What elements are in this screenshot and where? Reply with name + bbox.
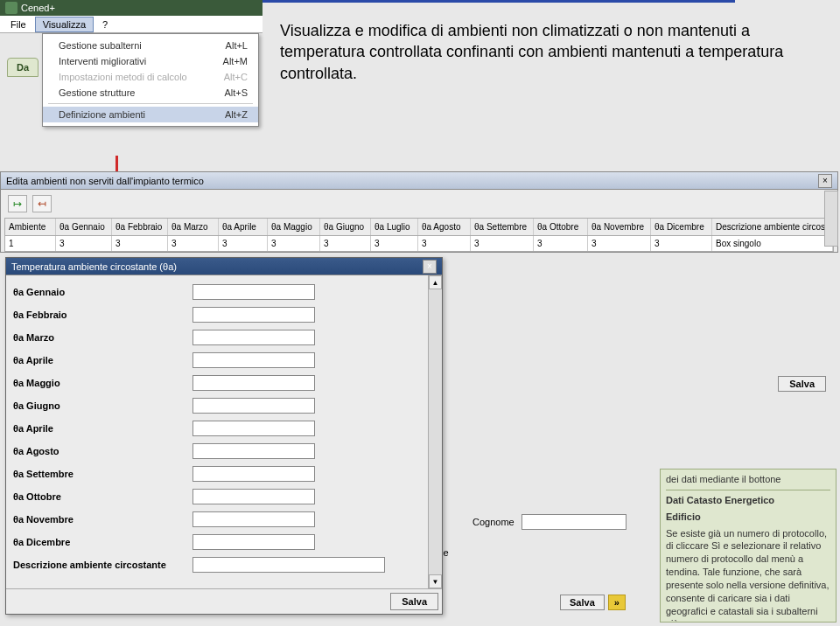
close-button[interactable]: × xyxy=(818,174,832,188)
cognome-field-row: Cognome xyxy=(472,514,626,530)
menu-definizione-ambienti[interactable]: Definizione ambienti Alt+Z xyxy=(43,107,258,122)
input-set[interactable] xyxy=(192,466,315,482)
window-title-bar: Cened+ xyxy=(0,0,262,16)
temperatura-dialog: Temperatura ambiente circostante (θa) × … xyxy=(5,257,443,615)
col-ott[interactable]: θa Ottobre xyxy=(534,219,588,235)
note-separator xyxy=(262,0,735,3)
label-apr: θa Aprile xyxy=(13,355,184,365)
menu-impostazioni-metodi: Impostazioni metodi di calcolo Alt+C xyxy=(43,69,258,85)
salva-button[interactable]: Salva xyxy=(778,376,826,392)
help-panel: dei dati mediante il bottone Dati Catast… xyxy=(660,469,836,623)
grid-scrollbar[interactable] xyxy=(824,191,838,247)
app-icon xyxy=(5,2,18,14)
label-set: θa Settembre xyxy=(13,469,184,479)
col-set[interactable]: θa Settembre xyxy=(471,219,534,235)
help-body: Se esiste già un numero di protocollo, d… xyxy=(666,527,830,623)
grid-header-row: Ambiente θa Gennaio θa Febbraio θa Marzo… xyxy=(5,219,833,236)
menu-visualizza[interactable]: Visualizza xyxy=(35,17,94,32)
help-title-catasto: Dati Catasto Energetico xyxy=(666,494,830,507)
col-giu[interactable]: θa Giugno xyxy=(320,219,371,235)
salva-next-button[interactable]: Salva xyxy=(560,595,605,610)
ambienti-grid: Ambiente θa Gennaio θa Febbraio θa Marzo… xyxy=(4,218,834,252)
input-feb[interactable] xyxy=(192,307,315,323)
label-mar: θa Marzo xyxy=(13,332,184,343)
menu-interventi-migliorativi[interactable]: Interventi migliorativi Alt+M xyxy=(43,53,258,69)
salva-next-group: Salva » xyxy=(560,595,626,610)
label-ago: θa Agosto xyxy=(13,446,184,456)
edit-window-titlebar: Edita ambienti non serviti dall'impianto… xyxy=(1,172,837,190)
col-mar[interactable]: θa Marzo xyxy=(168,219,219,235)
cognome-label: Cognome xyxy=(472,517,514,527)
visualizza-dropdown: Gestione subalterni Alt+L Interventi mig… xyxy=(42,33,259,127)
temp-scrollbar[interactable]: ▲ ▼ xyxy=(428,275,442,588)
menu-file[interactable]: File xyxy=(4,17,33,31)
input-dic[interactable] xyxy=(192,534,315,550)
input-desc[interactable] xyxy=(192,557,385,573)
col-gen[interactable]: θa Gennaio xyxy=(56,219,112,235)
edit-ambienti-window: Edita ambienti non serviti dall'impianto… xyxy=(0,171,838,253)
col-desc[interactable]: Descrizione ambiente circostante xyxy=(712,219,833,235)
col-feb[interactable]: θa Febbraio xyxy=(112,219,168,235)
label-feb: θa Febbraio xyxy=(13,310,184,320)
menu-bar: File Visualizza ? xyxy=(0,16,262,33)
label-apr2: θa Aprile xyxy=(13,423,184,434)
scroll-down-icon[interactable]: ▼ xyxy=(429,574,442,588)
menu-gestione-subalterni[interactable]: Gestione subalterni Alt+L xyxy=(43,38,258,53)
input-ago[interactable] xyxy=(192,443,315,459)
edit-window-title: Edita ambienti non serviti dall'impianto… xyxy=(6,176,204,186)
label-dic: θa Dicembre xyxy=(13,537,184,547)
temp-fields: θa Gennaio θa Febbraio θa Marzo θa April… xyxy=(6,275,428,588)
background-tab[interactable]: Da xyxy=(7,58,38,77)
temp-dialog-titlebar: Temperatura ambiente circostante (θa) × xyxy=(6,258,442,275)
col-apr[interactable]: θa Aprile xyxy=(219,219,268,235)
menu-help[interactable]: ? xyxy=(95,17,115,31)
label-mag: θa Maggio xyxy=(13,378,184,388)
export-icon[interactable]: ↤ xyxy=(32,195,52,212)
col-nov[interactable]: θa Novembre xyxy=(588,219,651,235)
cognome-input[interactable] xyxy=(522,514,626,530)
help-title-edificio: Edificio xyxy=(666,511,830,524)
temp-close-button[interactable]: × xyxy=(423,260,437,274)
col-ambiente[interactable]: Ambiente xyxy=(5,219,56,235)
input-giu[interactable] xyxy=(192,398,315,414)
menu-separator xyxy=(48,103,253,104)
scroll-up-icon[interactable]: ▲ xyxy=(429,275,442,289)
edit-toolbar: ↦ ↤ xyxy=(1,190,837,218)
input-gen[interactable] xyxy=(192,284,315,300)
temp-salva-button[interactable]: Salva xyxy=(390,593,438,610)
grid-data-row[interactable]: 1 3 3 3 3 3 3 3 3 3 3 3 3 Box singolo xyxy=(5,236,833,251)
col-ago[interactable]: θa Agosto xyxy=(418,219,471,235)
annotation-text: Visualizza e modifica di ambienti non cl… xyxy=(280,20,831,84)
col-lug[interactable]: θa Luglio xyxy=(371,219,418,235)
col-dic[interactable]: θa Dicembre xyxy=(651,219,712,235)
label-nov: θa Novembre xyxy=(13,514,184,525)
col-mag[interactable]: θa Maggio xyxy=(268,219,320,235)
menu-gestione-strutture[interactable]: Gestione strutture Alt+S xyxy=(43,85,258,101)
input-nov[interactable] xyxy=(192,511,315,527)
input-apr2[interactable] xyxy=(192,421,315,436)
input-apr[interactable] xyxy=(192,352,315,368)
label-gen: θa Gennaio xyxy=(13,287,184,297)
input-ott[interactable] xyxy=(192,489,315,504)
help-line0: dei dati mediante il bottone xyxy=(666,473,830,486)
next-arrow-icon[interactable]: » xyxy=(608,595,626,610)
import-icon[interactable]: ↦ xyxy=(8,195,27,212)
input-mag[interactable] xyxy=(192,375,315,391)
temp-dialog-title: Temperatura ambiente circostante (θa) xyxy=(11,261,177,272)
label-desc: Descrizione ambiente circostante xyxy=(13,560,184,570)
app-title: Cened+ xyxy=(21,3,55,13)
label-giu: θa Giugno xyxy=(13,400,184,411)
input-mar[interactable] xyxy=(192,330,315,345)
label-ott: θa Ottobre xyxy=(13,491,184,502)
